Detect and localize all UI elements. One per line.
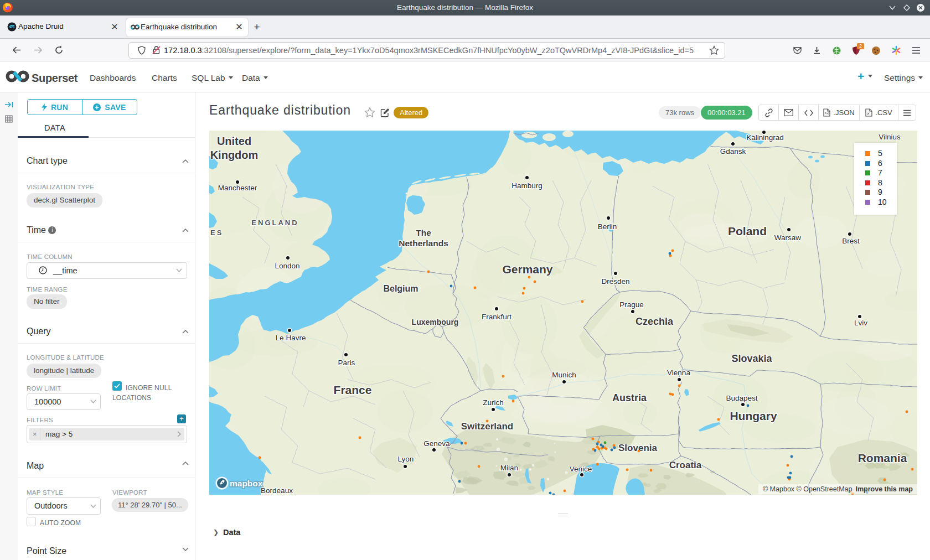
svg-text:Budapest: Budapest — [726, 394, 757, 402]
svg-text:Munich: Munich — [552, 371, 576, 379]
svg-text:Paris: Paris — [338, 359, 355, 367]
svg-text:Luxembourg: Luxembourg — [412, 318, 459, 326]
svg-text:Romania: Romania — [858, 452, 907, 464]
svg-text:ENGLAND: ENGLAND — [251, 219, 298, 227]
svg-text:The: The — [416, 228, 431, 237]
svg-text:Austria: Austria — [612, 392, 647, 403]
svg-text:Geneva: Geneva — [423, 439, 450, 448]
svg-text:Venice: Venice — [570, 465, 592, 473]
svg-text:Kaliningrad: Kaliningrad — [746, 133, 784, 142]
svg-text:Berlin: Berlin — [598, 222, 617, 231]
svg-text:Netherlands: Netherlands — [399, 238, 448, 248]
svg-text:Lviv: Lviv — [854, 319, 867, 327]
svg-text:Warsaw: Warsaw — [774, 234, 802, 242]
svg-text:Switzerland: Switzerland — [461, 421, 513, 432]
svg-text:London: London — [275, 262, 299, 270]
svg-text:Dresden: Dresden — [601, 277, 629, 286]
svg-text:Croatia: Croatia — [669, 460, 702, 470]
svg-text:ES: ES — [210, 229, 223, 237]
svg-text:Czechia: Czechia — [636, 316, 674, 327]
svg-text:mapbox: mapbox — [230, 479, 263, 488]
svg-text:Slovakia: Slovakia — [731, 353, 772, 364]
svg-text:France: France — [334, 383, 372, 396]
svg-text:Hungary: Hungary — [730, 409, 777, 422]
svg-text:Le Havre: Le Havre — [276, 334, 306, 342]
svg-text:Poland: Poland — [728, 225, 767, 237]
svg-text:Kingdom: Kingdom — [210, 149, 259, 161]
svg-text:Vilnius: Vilnius — [879, 133, 901, 141]
svg-text:Belgium: Belgium — [383, 284, 418, 293]
svg-text:Manchester: Manchester — [218, 184, 257, 192]
svg-text:United: United — [217, 135, 251, 147]
svg-text:Lyon: Lyon — [398, 455, 414, 463]
svg-text:Frankfurt: Frankfurt — [482, 313, 512, 321]
svg-text:Gdansk: Gdansk — [720, 147, 746, 155]
svg-text:Zurich: Zurich — [483, 398, 504, 407]
svg-text:Vienna: Vienna — [667, 369, 690, 377]
svg-text:Hamburg: Hamburg — [512, 182, 542, 190]
svg-text:Prague: Prague — [619, 300, 644, 309]
svg-text:Brest: Brest — [842, 237, 860, 245]
svg-text:Milan: Milan — [500, 464, 518, 472]
svg-text:Germany: Germany — [502, 263, 552, 276]
